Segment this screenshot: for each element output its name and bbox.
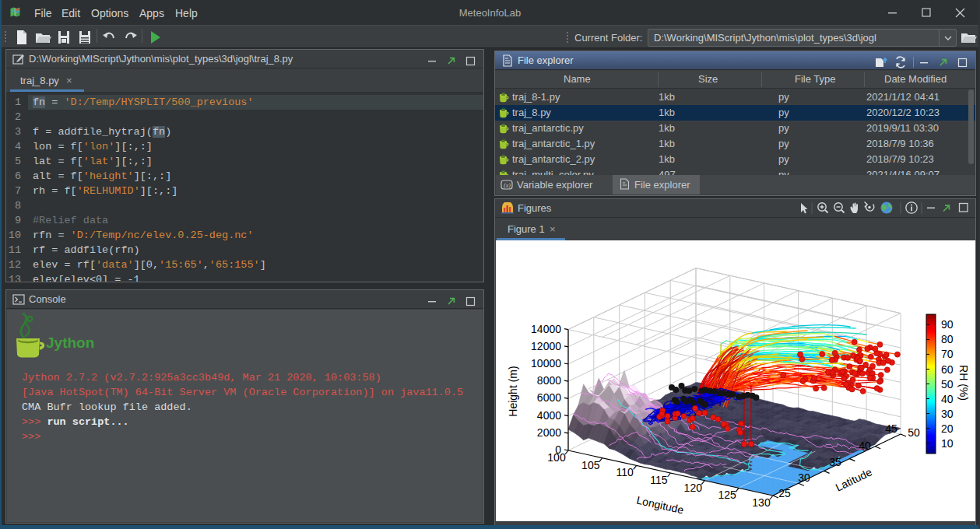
svg-text:Jython: Jython — [46, 335, 94, 351]
svg-text:4000: 4000 — [537, 409, 561, 422]
svg-text:115: 115 — [650, 474, 668, 486]
svg-text:2000: 2000 — [537, 426, 561, 439]
svg-text:25: 25 — [778, 487, 791, 499]
svg-text:80: 80 — [941, 333, 954, 345]
svg-text:50: 50 — [941, 378, 954, 391]
svg-text:Height (m): Height (m) — [507, 366, 519, 416]
svg-text:14000: 14000 — [531, 323, 561, 335]
svg-text:125: 125 — [718, 489, 736, 501]
svg-text:30: 30 — [941, 408, 954, 420]
svg-text:RH (%): RH (%) — [957, 365, 970, 401]
svg-text:130: 130 — [752, 496, 771, 509]
svg-text:110: 110 — [616, 466, 634, 478]
svg-text:20: 20 — [941, 422, 954, 435]
svg-text:120: 120 — [684, 482, 703, 494]
svg-text:105: 105 — [581, 459, 600, 471]
svg-text:100: 100 — [547, 451, 566, 464]
svg-text:90: 90 — [941, 318, 954, 331]
svg-text:40: 40 — [859, 440, 871, 452]
svg-text:6000: 6000 — [537, 391, 561, 404]
svg-text:35: 35 — [829, 456, 841, 468]
svg-text:40: 40 — [941, 393, 954, 405]
svg-text:(x): (x) — [504, 182, 511, 189]
svg-text:50: 50 — [908, 426, 920, 439]
svg-text:45: 45 — [885, 422, 897, 435]
svg-text:30: 30 — [798, 471, 810, 484]
svg-text:12000: 12000 — [531, 340, 561, 352]
svg-text:10: 10 — [941, 437, 954, 450]
svg-text:8000: 8000 — [537, 374, 561, 387]
svg-text:10000: 10000 — [531, 357, 561, 370]
svg-text:70: 70 — [941, 348, 954, 360]
svg-text:60: 60 — [941, 363, 954, 376]
